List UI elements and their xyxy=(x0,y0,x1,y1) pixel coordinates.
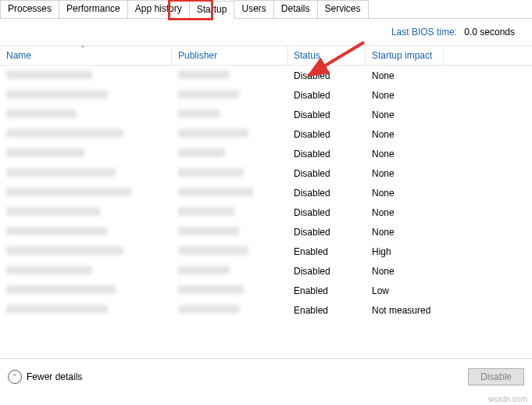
disable-button[interactable]: Disable xyxy=(468,368,524,385)
cell-status: Enabled xyxy=(287,285,366,296)
tabs-bar: ProcessesPerformanceApp historyStartupUs… xyxy=(0,0,532,19)
col-header-publisher-label: Publisher xyxy=(178,50,217,61)
bios-time-value: 0.0 seconds xyxy=(464,27,515,38)
table-row[interactable]: DisabledNone xyxy=(0,105,532,124)
cell-status: Disabled xyxy=(287,149,366,159)
tab-processes[interactable]: Processes xyxy=(0,0,59,18)
col-header-status[interactable]: Status xyxy=(287,46,366,65)
cell-impact: None xyxy=(366,168,444,179)
table-row[interactable]: DisabledNone xyxy=(0,85,532,105)
col-header-impact[interactable]: Startup impact xyxy=(366,46,444,65)
tab-services[interactable]: Services xyxy=(317,0,369,18)
cell-impact: High xyxy=(366,246,444,257)
bios-time-label: Last BIOS time: xyxy=(391,27,457,38)
col-header-publisher[interactable]: Publisher xyxy=(172,46,287,65)
table-row[interactable]: DisabledNone xyxy=(0,163,532,183)
cell-impact: None xyxy=(366,90,444,101)
cell-impact: Low xyxy=(366,285,444,296)
column-headers: Name ⌃ Publisher Status Startup impact xyxy=(0,45,532,66)
col-header-impact-label: Startup impact xyxy=(372,50,432,61)
cell-status: Disabled xyxy=(287,90,366,101)
table-row[interactable]: DisabledNone xyxy=(0,66,532,85)
cell-impact: None xyxy=(366,70,444,81)
chevron-up-icon: ⌃ xyxy=(8,370,22,384)
sort-indicator-icon: ⌃ xyxy=(80,45,86,52)
cell-status: Disabled xyxy=(287,109,366,120)
cell-impact: None xyxy=(366,109,444,120)
table-row[interactable]: DisabledNone xyxy=(0,261,532,281)
cell-status: Disabled xyxy=(287,266,366,277)
cell-impact: None xyxy=(366,227,444,238)
tab-performance[interactable]: Performance xyxy=(59,0,128,18)
table-row[interactable]: EnabledLow xyxy=(0,281,532,300)
cell-impact: None xyxy=(366,129,444,140)
table-row[interactable]: DisabledNone xyxy=(0,124,532,144)
cell-impact: None xyxy=(366,207,444,218)
tab-details[interactable]: Details xyxy=(273,0,318,18)
fewer-details-button[interactable]: ⌃ Fewer details xyxy=(8,370,82,384)
table-row[interactable]: EnabledNot measured xyxy=(0,300,532,320)
cell-impact: None xyxy=(366,266,444,277)
fewer-details-label: Fewer details xyxy=(27,371,82,382)
cell-status: Disabled xyxy=(287,168,366,179)
table-row[interactable]: EnabledHigh xyxy=(0,242,532,261)
watermark: wsxdn.com xyxy=(488,395,527,403)
tab-app-history[interactable]: App history xyxy=(127,0,190,18)
cell-status: Enabled xyxy=(287,246,366,257)
table-row[interactable]: DisabledNone xyxy=(0,183,532,202)
col-header-status-label: Status xyxy=(294,50,320,61)
table-row[interactable]: DisabledNone xyxy=(0,222,532,242)
cell-impact: None xyxy=(366,149,444,159)
cell-status: Disabled xyxy=(287,188,366,199)
tab-users[interactable]: Users xyxy=(234,0,273,18)
cell-status: Disabled xyxy=(287,70,366,81)
cell-status: Disabled xyxy=(287,227,366,238)
col-header-name[interactable]: Name ⌃ xyxy=(0,46,172,65)
col-header-name-label: Name xyxy=(6,50,31,61)
cell-status: Disabled xyxy=(287,207,366,218)
bios-time-bar: Last BIOS time: 0.0 seconds xyxy=(0,19,532,45)
table-row[interactable]: DisabledNone xyxy=(0,144,532,163)
footer-bar: ⌃ Fewer details Disable xyxy=(0,358,532,394)
startup-list[interactable]: DisabledNoneDisabledNoneDisabledNoneDisa… xyxy=(0,66,532,321)
tab-startup[interactable]: Startup xyxy=(189,1,235,19)
cell-impact: None xyxy=(366,188,444,199)
table-row[interactable]: DisabledNone xyxy=(0,202,532,222)
cell-impact: Not measured xyxy=(366,305,444,316)
cell-status: Enabled xyxy=(287,305,366,316)
cell-status: Disabled xyxy=(287,129,366,140)
